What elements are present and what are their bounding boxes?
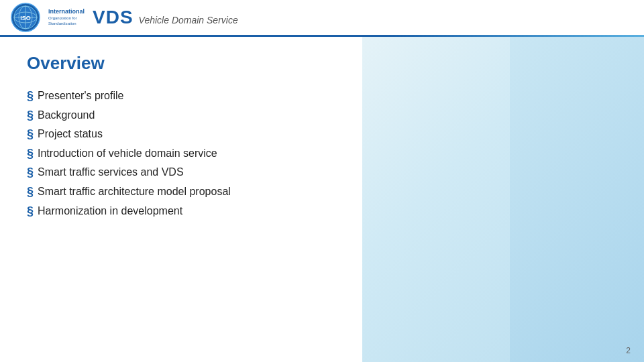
list-item: §Harmonization in development <box>27 205 617 219</box>
list-item: §Background <box>27 109 617 123</box>
logo-area: ISO International Organization for Stand… <box>11 3 85 32</box>
iso-text-block: International Organization for Standardi… <box>48 8 85 26</box>
page-title: Overview <box>27 53 617 74</box>
page-number: 2 <box>626 346 631 355</box>
org-line3: Standardization <box>48 21 85 27</box>
bullet-text: Smart traffic architecture model proposa… <box>38 186 231 198</box>
vds-label: VDS <box>93 7 133 28</box>
bullet-text: Presenter's profile <box>38 90 123 102</box>
bullet-text: Introduction of vehicle domain service <box>38 147 217 160</box>
bullet-marker: § <box>27 166 34 180</box>
org-line2: Organization for <box>48 16 85 21</box>
svg-text:ISO: ISO <box>20 15 31 21</box>
bullet-text: Smart traffic services and VDS <box>38 166 184 178</box>
list-item: §Introduction of vehicle domain service <box>27 147 617 162</box>
main-content: Overview §Presenter's profile§Background… <box>0 37 644 235</box>
bullet-marker: § <box>27 127 34 142</box>
bullet-marker: § <box>27 89 34 104</box>
list-item: §Smart traffic services and VDS <box>27 166 617 180</box>
list-item: §Presenter's profile <box>27 90 617 104</box>
bullet-list: §Presenter's profile§Background§Project … <box>27 90 617 219</box>
bullet-text: Harmonization in development <box>38 205 182 217</box>
bullet-text: Project status <box>38 128 103 140</box>
org-label: International <box>48 8 85 16</box>
header: ISO International Organization for Stand… <box>0 0 644 35</box>
bullet-marker: § <box>27 147 34 162</box>
header-subtitle: Vehicle Domain Service <box>139 15 238 25</box>
bullet-text: Background <box>38 109 95 121</box>
bullet-marker: § <box>27 109 34 123</box>
header-title: VDS Vehicle Domain Service <box>93 7 238 28</box>
bullet-marker: § <box>27 185 34 200</box>
iso-logo-icon: ISO <box>11 3 40 32</box>
list-item: §Project status <box>27 128 617 142</box>
list-item: §Smart traffic architecture model propos… <box>27 186 617 200</box>
bullet-marker: § <box>27 204 34 219</box>
